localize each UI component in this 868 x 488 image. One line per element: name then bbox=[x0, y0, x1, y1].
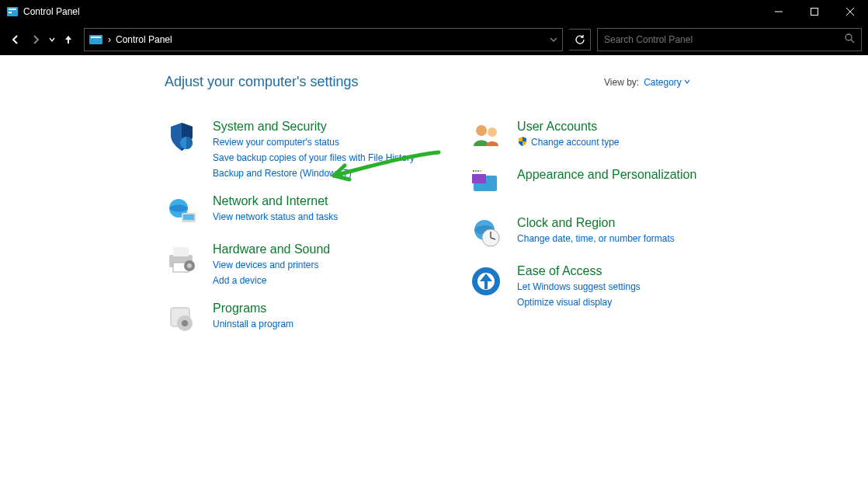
view-by-value[interactable]: Category bbox=[644, 77, 690, 88]
content-area: Adjust your computer's settings View by:… bbox=[0, 55, 868, 336]
breadcrumb-location[interactable]: Control Panel bbox=[116, 34, 172, 45]
svg-point-24 bbox=[488, 127, 497, 137]
page-heading: Adjust your computer's settings bbox=[165, 74, 359, 90]
svg-point-9 bbox=[845, 34, 852, 40]
svg-rect-8 bbox=[91, 37, 101, 38]
sublink[interactable]: Backup and Restore (Windows 7) bbox=[213, 166, 415, 180]
svg-rect-1 bbox=[9, 9, 16, 10]
maximize-button[interactable] bbox=[797, 0, 832, 23]
category-title-network[interactable]: Network and Internet bbox=[213, 194, 338, 208]
svg-point-23 bbox=[476, 125, 487, 136]
view-by: View by: Category bbox=[604, 77, 690, 88]
sublink[interactable]: Change date, time, or number formats bbox=[517, 232, 675, 246]
sublink[interactable]: View network status and tasks bbox=[213, 210, 338, 224]
ease-of-access-icon bbox=[469, 264, 503, 298]
search-box[interactable] bbox=[597, 28, 862, 51]
category-clock-region: Clock and Region Change date, time, or n… bbox=[469, 216, 696, 250]
recent-locations-button[interactable] bbox=[47, 29, 57, 51]
sublink[interactable]: Change account type bbox=[517, 135, 619, 149]
svg-rect-7 bbox=[89, 35, 102, 44]
uac-shield-icon bbox=[517, 136, 528, 147]
addressbar[interactable]: › Control Panel bbox=[84, 28, 563, 51]
category-system-security: System and Security Review your computer… bbox=[165, 120, 415, 180]
titlebar: Control Panel bbox=[0, 0, 868, 23]
breadcrumb[interactable]: › Control Panel bbox=[108, 34, 172, 45]
sublink[interactable]: Review your computer's status bbox=[213, 135, 415, 149]
printer-icon bbox=[165, 242, 199, 277]
breadcrumb-sep: › bbox=[108, 34, 111, 45]
category-title-user-accounts[interactable]: User Accounts bbox=[517, 120, 619, 134]
category-network-internet: Network and Internet View network status… bbox=[165, 194, 415, 228]
user-accounts-icon bbox=[469, 120, 503, 154]
sublink[interactable]: Optimize visual display bbox=[517, 295, 641, 309]
svg-line-10 bbox=[851, 40, 854, 43]
window-controls bbox=[761, 0, 868, 23]
window-title: Control Panel bbox=[23, 6, 761, 17]
category-ease-of-access: Ease of Access Let Windows suggest setti… bbox=[469, 264, 696, 309]
svg-rect-4 bbox=[811, 9, 818, 16]
appearance-icon bbox=[469, 168, 503, 202]
search-input[interactable] bbox=[604, 34, 844, 45]
minimize-button[interactable] bbox=[761, 0, 797, 23]
category-title-programs[interactable]: Programs bbox=[213, 302, 293, 315]
svg-rect-30 bbox=[477, 170, 479, 172]
address-icon bbox=[89, 34, 103, 45]
clock-globe-icon bbox=[469, 216, 503, 250]
sublink[interactable]: View devices and printers bbox=[213, 258, 330, 272]
svg-rect-26 bbox=[472, 173, 486, 183]
svg-point-19 bbox=[187, 263, 192, 268]
sublink[interactable]: Save backup copies of your files with Fi… bbox=[213, 151, 415, 165]
svg-rect-31 bbox=[480, 170, 481, 172]
search-icon[interactable] bbox=[844, 33, 855, 47]
globe-network-icon bbox=[165, 194, 199, 228]
category-hardware-sound: Hardware and Sound View devices and prin… bbox=[165, 242, 415, 288]
sublink[interactable]: Let Windows suggest settings bbox=[517, 280, 641, 294]
svg-rect-28 bbox=[473, 170, 474, 172]
category-programs: Programs Uninstall a program bbox=[165, 302, 415, 336]
sublink[interactable]: Uninstall a program bbox=[213, 317, 293, 331]
category-appearance: Appearance and Personalization bbox=[469, 168, 696, 202]
close-button[interactable] bbox=[832, 0, 868, 23]
category-title-system-security[interactable]: System and Security bbox=[213, 120, 415, 134]
category-title-appearance[interactable]: Appearance and Personalization bbox=[517, 168, 696, 182]
svg-rect-2 bbox=[9, 12, 12, 13]
category-title-ease-access[interactable]: Ease of Access bbox=[517, 264, 641, 278]
categories-left: System and Security Review your computer… bbox=[165, 120, 415, 336]
categories-right: User Accounts Change account type Appear… bbox=[469, 120, 696, 336]
addressbar-dropdown-icon[interactable] bbox=[550, 36, 557, 44]
category-user-accounts: User Accounts Change account type bbox=[469, 120, 696, 154]
category-title-clock[interactable]: Clock and Region bbox=[517, 216, 675, 230]
svg-rect-14 bbox=[183, 214, 194, 220]
category-title-hardware[interactable]: Hardware and Sound bbox=[213, 242, 330, 256]
shield-icon bbox=[165, 120, 199, 154]
svg-rect-16 bbox=[173, 247, 189, 256]
up-button[interactable] bbox=[59, 29, 78, 51]
sublink[interactable]: Add a device bbox=[213, 274, 330, 288]
svg-point-22 bbox=[182, 320, 188, 326]
control-panel-icon bbox=[6, 5, 19, 18]
navbar: › Control Panel bbox=[0, 23, 868, 55]
refresh-button[interactable] bbox=[569, 29, 591, 51]
view-by-label: View by: bbox=[604, 77, 639, 88]
forward-button[interactable] bbox=[26, 29, 45, 51]
programs-icon bbox=[165, 302, 199, 336]
svg-rect-29 bbox=[475, 170, 477, 172]
back-button[interactable] bbox=[6, 29, 25, 51]
